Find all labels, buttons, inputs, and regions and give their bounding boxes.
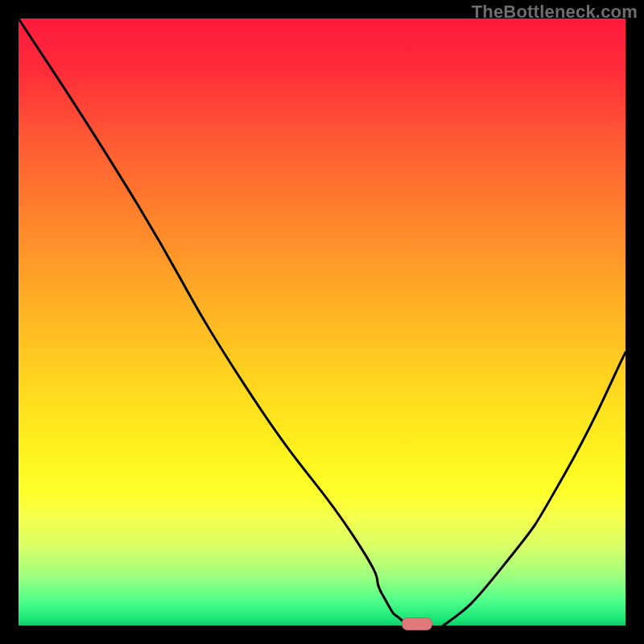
chart-frame: TheBottleneck.com [0,0,644,644]
plot-area [19,19,625,625]
watermark-text: TheBottleneck.com [472,2,638,23]
optimal-marker [402,617,432,630]
bottleneck-curve [19,19,625,625]
